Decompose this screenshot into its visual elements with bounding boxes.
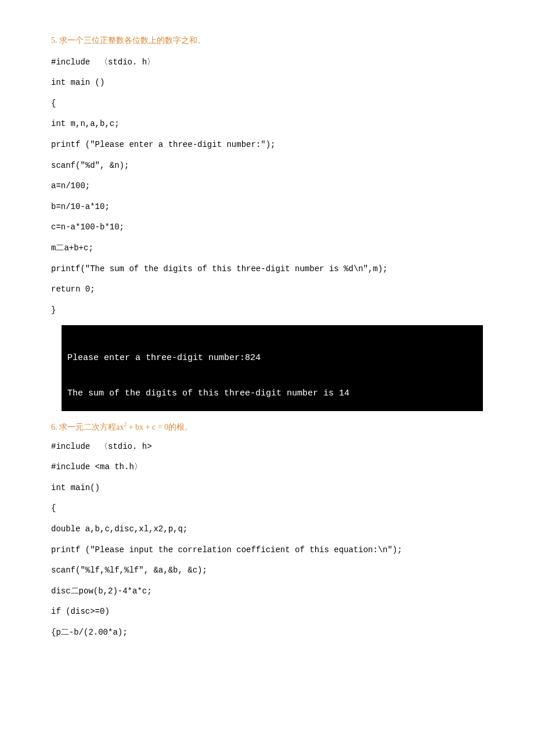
code-line: int main() [51, 483, 483, 494]
code-line: c=n-a*100-b*10; [51, 222, 483, 233]
problem-5-code: #include 〈stdio. h〉 int main () { int m,… [51, 57, 483, 316]
code-line: printf ("Please enter a three-digit numb… [51, 139, 483, 151]
problem-5-heading: 5. 求一个三位正整数各位数上的数字之和。 [51, 35, 483, 46]
code-line: #include <ma th.h〉 [51, 462, 483, 473]
problem-6-code: #include 〈stdio. h> #include <ma th.h〉 i… [51, 441, 483, 639]
console-output: Please enter a three-digit number:824 Th… [62, 325, 483, 411]
code-line: m二a+b+c; [51, 243, 483, 254]
code-line: int main () [51, 77, 483, 89]
problem-6-heading-prefix: 6. 求一元二次方程ax [51, 423, 124, 431]
problem-6-heading-suffix: + bx + c = 0的根。 [127, 423, 193, 431]
console-line: Please enter a three-digit number:824 [67, 352, 477, 364]
code-line: return 0; [51, 284, 483, 296]
code-line: printf("The sum of the digits of this th… [51, 264, 483, 275]
code-line: { [51, 98, 483, 110]
problem-5-heading-text: 5. 求一个三位正整数各位数上的数字之和。 [51, 36, 205, 45]
problem-6-heading: 6. 求一元二次方程ax2 + bx + c = 0的根。 [51, 420, 483, 433]
code-line: scanf("%lf,%lf,%lf", &a,&b, &c); [51, 565, 483, 577]
code-line: scanf("%d", &n); [51, 160, 483, 172]
code-line: {p二-b/(2.00*a); [51, 627, 483, 639]
code-line: disc二pow(b,2)-4*a*c; [51, 586, 483, 597]
code-line: { [51, 503, 483, 514]
code-line: b=n/10-a*10; [51, 201, 483, 213]
console-line: The sum of the digits of this three-digi… [67, 388, 477, 399]
code-line: double a,b,c,disc,xl,x2,p,q; [51, 524, 483, 535]
code-line: a=n/100; [51, 181, 483, 192]
code-line: int m,n,a,b,c; [51, 118, 483, 130]
code-line: #include 〈stdio. h> [51, 441, 483, 453]
code-line: if (disc>=0) [51, 606, 483, 618]
code-line: } [51, 305, 483, 316]
code-line: #include 〈stdio. h〉 [51, 57, 483, 69]
code-line: printf ("Please input the correlation co… [51, 545, 483, 556]
